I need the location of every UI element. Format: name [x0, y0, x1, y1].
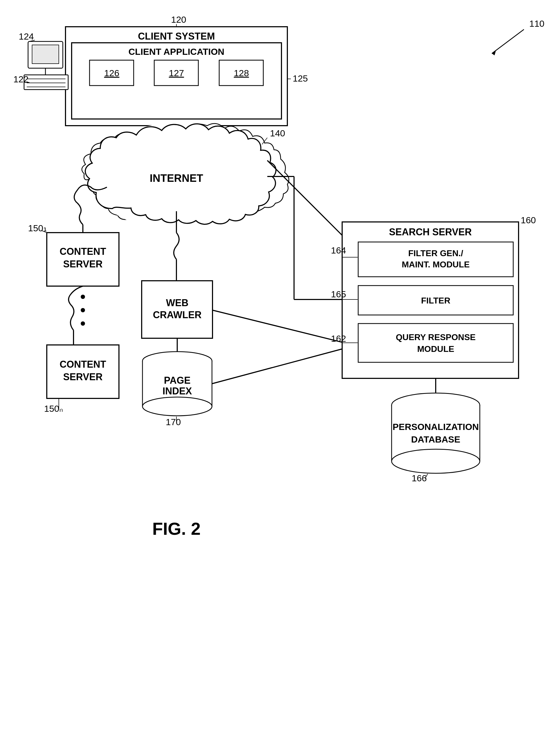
dot-2	[81, 308, 85, 312]
pageindex-to-search-line	[212, 349, 342, 384]
dot-3	[81, 321, 85, 326]
label-127: 127	[169, 68, 184, 78]
client-system-title: CLIENT SYSTEM	[138, 31, 215, 42]
filter-label: FILTER	[421, 296, 450, 305]
filter-gen-label-1: FILTER GEN./	[408, 249, 463, 258]
ref-110: 110	[529, 18, 545, 29]
computer-base	[24, 75, 68, 90]
pers-db-label-1: PERSONALIZATION	[393, 422, 479, 432]
ref-124: 124	[19, 31, 34, 42]
content-server-1-label-2: SERVER	[63, 259, 102, 269]
diagram-svg: 110 120 CLIENT SYSTEM CLIENT APPLICATION…	[0, 0, 560, 742]
ref-165: 165	[331, 289, 346, 299]
fig-label: FIG. 2	[152, 519, 201, 538]
web-crawler-label-2: CRAWLER	[153, 309, 202, 320]
content-server-n-label-2: SERVER	[63, 371, 102, 382]
client-app-title: CLIENT APPLICATION	[128, 47, 225, 57]
ref-140: 140	[270, 128, 285, 138]
squiggle-to-crawler	[174, 232, 179, 259]
filter-gen-label-2: MAINT. MODULE	[402, 260, 470, 269]
content-server-1-label-1: CONTENT	[60, 246, 106, 257]
pers-db-label-2: DATABASE	[411, 434, 460, 444]
web-crawler-label-1: WEB	[166, 297, 188, 308]
monitor-screen	[32, 45, 59, 64]
query-response-box	[358, 324, 513, 362]
search-server-title: SEARCH SERVER	[389, 226, 471, 237]
query-response-label-2: MODULE	[417, 344, 454, 354]
ref-120: 120	[171, 14, 186, 24]
dot-1	[81, 295, 85, 299]
pers-db-bottom-ellipse	[392, 449, 480, 473]
internet-label: INTERNET	[150, 172, 203, 184]
label-126: 126	[104, 68, 119, 78]
svg-line-0	[492, 30, 524, 53]
filter-gen-box	[358, 242, 513, 277]
query-response-label-1: QUERY RESPONSE	[396, 332, 476, 342]
page-index-label-1: PAGE	[164, 375, 190, 386]
ref-162: 162	[331, 333, 346, 343]
content-server-n-label-1: CONTENT	[60, 359, 106, 370]
ref-164: 164	[331, 245, 346, 255]
cloud-to-csn-line	[69, 286, 83, 330]
ref-122: 122	[13, 74, 29, 84]
diagram: 110 120 CLIENT SYSTEM CLIENT APPLICATION…	[0, 0, 560, 742]
page-index-label-2: INDEX	[163, 385, 192, 396]
ref-150-n: 150ₙ	[44, 404, 63, 414]
ref-125: 125	[293, 73, 308, 84]
label-128: 128	[234, 68, 249, 78]
ref-170: 170	[166, 417, 181, 427]
page-index-bottom-ellipse	[143, 397, 212, 416]
ref-160: 160	[521, 215, 536, 225]
ref-166: 166	[412, 473, 427, 483]
crawler-to-search-line	[213, 310, 342, 342]
